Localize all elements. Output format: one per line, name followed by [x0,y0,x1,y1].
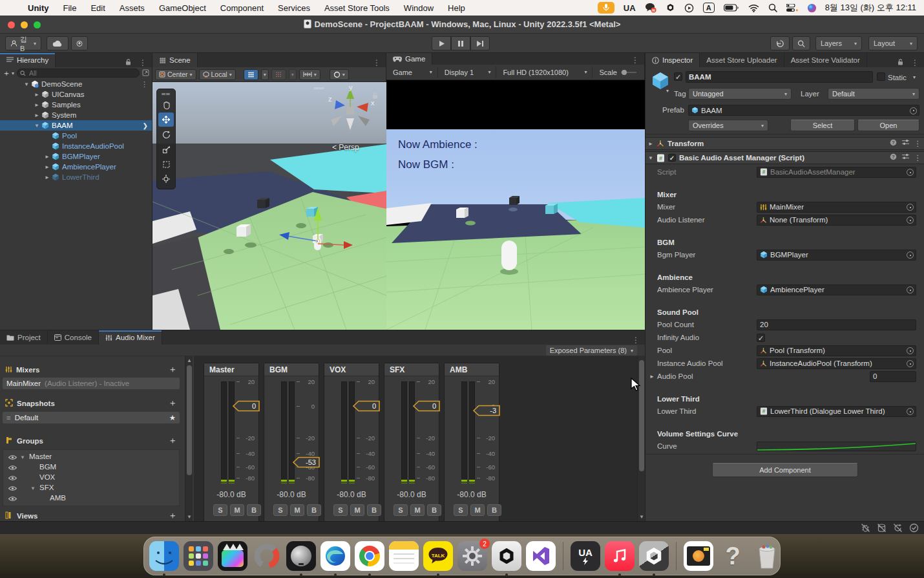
control-center-icon[interactable] [786,4,798,12]
object-field[interactable]: BGMPlayer [757,250,916,261]
foldout-arrow[interactable]: ▼ [648,155,653,161]
solo-button[interactable]: S [213,504,227,516]
microphone-indicator-icon[interactable] [598,2,614,14]
layout-dropdown[interactable]: Layout▾ [868,36,918,50]
battery-icon[interactable] [724,4,739,12]
component-enabled-checkbox[interactable]: ✓ [668,154,676,162]
dock-icon-launchpad[interactable] [184,541,213,571]
scale-slider[interactable]: Scale [594,67,643,78]
component-kebab-icon[interactable]: ⋮ [914,139,922,148]
bypass-button[interactable]: B [367,504,381,516]
camera-view-dropdown[interactable]: ▾ [330,69,349,80]
dock-icon-chrome[interactable] [355,541,384,571]
hand-tool[interactable] [158,98,174,112]
foldout-arrow[interactable]: ► [34,102,40,108]
static-dropdown[interactable]: ▾ [913,74,916,80]
inspector-lock-icon[interactable] [896,59,905,67]
presets-icon[interactable] [902,139,909,148]
step-button[interactable] [470,36,490,50]
hierarchy-item-DemoScene[interactable]: ▼ DemoScene ⋮ [0,79,152,89]
tab-console[interactable]: Console [48,330,99,345]
hierarchy-item-BGMPlayer[interactable]: ► BGMPlayer [0,151,152,162]
scene-viewport[interactable]: y x z ══ < Persp ══ [152,82,386,330]
hierarchy-item-System[interactable]: ► System [0,110,152,120]
object-picker-icon[interactable] [907,217,914,224]
menu-window[interactable]: Window [397,3,441,13]
hierarchy-item-AmbiencePlayer[interactable]: ► AmbiencePlayer [0,162,152,172]
object-picker-icon[interactable] [907,169,914,176]
fader-handle[interactable]: 0 [233,400,260,412]
add-view-button[interactable]: ＋ [168,510,177,522]
hierarchy-item-UICanvas[interactable]: ► UICanvas [0,89,152,100]
object-picker-icon[interactable] [907,252,914,259]
transform-component-header[interactable]: ► Transform ?⋮ [646,137,924,150]
mute-button[interactable]: M [410,504,425,516]
game-mode-dropdown[interactable]: Game▾ [388,67,438,78]
object-field[interactable]: InstanceAudioPool (Transform) [757,358,916,369]
hierarchy-item-Samples[interactable]: ► Samples [0,100,152,110]
account-button[interactable]: 김B▾ [5,36,41,50]
palette-drag-handle[interactable]: ══ [157,91,175,97]
dock-icon-logic-pro[interactable] [286,541,316,571]
eye-icon[interactable] [8,464,17,472]
tool-handle-rotation-dropdown[interactable]: Local▾ [199,69,236,80]
open-in-window-icon[interactable] [142,67,149,79]
grid-visibility-toggle[interactable] [244,69,258,80]
hierarchy-item-LowerThird[interactable]: ► LowerThird [0,172,152,182]
cloud-services-button[interactable] [47,36,68,50]
create-object-button[interactable]: ＋▾ [3,68,14,79]
object-field[interactable]: MainMixer [757,202,916,213]
pause-button[interactable] [451,36,470,50]
tab-asset-store-validator[interactable]: Asset Store Validator [784,53,867,67]
mixer-group-AMB[interactable]: AMB [3,493,179,504]
overrides-dropdown[interactable]: Overrides▾ [688,120,768,131]
mixer-group-VOX[interactable]: VOX [3,473,179,483]
dock-icon-unknown-app[interactable]: ? [718,541,748,571]
gameobject-name-field[interactable]: BAAM [686,71,873,83]
tag-dropdown[interactable]: Untagged▾ [688,88,792,100]
inspector-kebab-menu[interactable]: ⋮ [911,58,919,67]
tab-inspector[interactable]: Inspector [646,53,700,67]
play-button[interactable] [432,36,451,50]
component-kebab-icon[interactable]: ⋮ [914,153,922,162]
foldout-arrow[interactable]: ▼ [30,486,36,491]
bypass-button[interactable]: B [427,504,441,516]
foldout-arrow[interactable]: ► [44,175,50,180]
scene-kebab-icon[interactable]: ⋮ [141,80,148,89]
mute-button[interactable]: M [350,504,364,516]
header-foldout-arrow[interactable]: ▾ [666,88,669,94]
menu-edit[interactable]: Edit [83,3,112,13]
spotlight-search-icon[interactable] [768,3,777,12]
snap-options-dropdown[interactable]: ▾ [289,69,297,80]
menubar-clock[interactable]: 8월 13일 (화) 오후 12:11 [825,2,916,14]
dock-icon-final-cut-pro[interactable] [218,541,247,571]
exposed-parameters-dropdown[interactable]: Exposed Parameters (8)▾ [546,345,637,356]
foldout-arrow[interactable]: ► [648,141,653,147]
snapshot-row-default[interactable]: ≡Default ★ [3,412,180,423]
bypass-button[interactable]: B [307,504,321,516]
foldout-arrow[interactable]: ▼ [34,123,40,129]
help-icon[interactable]: ? [890,139,897,148]
foldout-arrow[interactable]: ▼ [20,455,25,460]
lock-icon[interactable] [124,59,132,67]
bypass-button[interactable]: B [487,504,501,516]
foldout-arrow[interactable]: ► [649,374,655,380]
script-component-header[interactable]: ▼ # ✓ Basic Audio Asset Manager (Script)… [646,151,924,164]
object-picker-icon[interactable] [907,286,914,294]
object-picker-icon[interactable] [907,347,914,354]
mixer-group-BGM[interactable]: BGM [3,462,179,473]
undo-history-button[interactable] [770,36,790,50]
layers-dropdown[interactable]: Layers▾ [815,36,862,50]
foldout-arrow[interactable]: ► [34,112,40,118]
dock-icon-kakaotalk[interactable]: TALK [423,541,453,571]
eye-icon[interactable] [8,495,17,503]
fader-handle[interactable]: 0 [413,400,440,412]
dock-icon-notes[interactable] [389,541,419,571]
menu-file[interactable]: File [56,3,84,13]
dock-icon-system-settings[interactable]: 2 [457,541,487,571]
tool-handle-pivot-dropdown[interactable]: Center▾ [155,69,196,80]
kakaotalk-menu-icon[interactable]: N [645,3,656,13]
object-field[interactable]: #LowerThird (Dialogue Lower Third) [757,406,916,417]
fader-handle[interactable]: 0 [353,400,380,412]
add-snapshot-button[interactable]: ＋ [168,398,177,409]
